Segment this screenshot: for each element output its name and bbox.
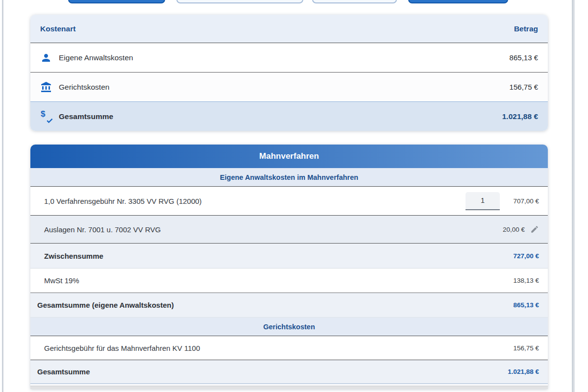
bank-icon [40,81,52,93]
table-row-gesamtsumme: $ Gesamtsumme 1.021,88 € [30,102,548,131]
row-gerichtsgebuehr: Gerichtsgebühr für das Mahnverfahren KV … [30,336,548,360]
row-amount: 20,00 € [503,226,525,233]
row-amount: 1.021,88 € [508,368,539,375]
top-tab-1[interactable] [68,0,165,3]
left-page-divider [2,0,3,392]
row-amount: 727,00 € [513,252,539,260]
row-label: Auslagen Nr. 7001 u. 7002 VV RVG [44,225,503,234]
row-auslagen: Auslagen Nr. 7001 u. 7002 VV RVG 20,00 € [30,216,548,244]
row-label: Gesamtsumme [37,368,508,376]
row-label: Zwischensumme [44,252,513,260]
row-label: 1,0 Verfahrensgebühr Nr. 3305 VV RVG (12… [44,197,466,205]
row-amount: 138,13 € [513,277,539,284]
row-amount: 707,00 € [507,197,539,205]
mahnverfahren-title-bar: Mahnverfahren [30,145,548,168]
mahnverfahren-card: Mahnverfahren Eigene Anwaltskosten im Ma… [30,145,548,389]
row-label: MwSt 19% [44,276,513,285]
row-label: Gerichtsgebühr für das Mahnverfahren KV … [44,344,513,352]
section-header-gerichtskosten: Gerichtskosten [30,318,548,336]
quantity-input[interactable] [466,192,500,210]
row-amount: 156,75 € [513,344,539,352]
right-page-divider [572,0,575,392]
row-mwst: MwSt 19% 138,13 € [30,269,548,293]
row-amount: 865,13 € [513,301,539,309]
summary-table-header: Kostenart Betrag [30,15,548,43]
row-gesamtsumme-total: Gesamtsumme 1.021,88 € [30,360,548,384]
row-label: Gesamtsumme [59,112,113,121]
row-label: Gesamtsumme (eigene Anwaltskosten) [37,301,513,309]
row-gesamtsumme-anwaltskosten: Gesamtsumme (eigene Anwaltskosten) 865,1… [30,293,548,318]
column-header-kostenart: Kostenart [40,24,75,33]
column-header-betrag: Betrag [514,24,538,33]
mahnverfahren-title: Mahnverfahren [259,151,319,161]
row-label: Eigene Anwaltskosten [59,53,133,62]
row-verfahrensgebuehr: 1,0 Verfahrensgebühr Nr. 3305 VV RVG (12… [30,187,548,216]
edit-pencil-icon[interactable] [530,225,539,234]
row-amount: 1.021,88 € [502,112,538,121]
row-amount: 156,75 € [510,83,538,91]
person-icon [40,52,52,64]
row-label: Gerichtskosten [59,83,109,92]
section-header-anwaltskosten: Eigene Anwaltskosten im Mahnverfahren [30,168,548,187]
table-row-anwaltskosten: Eigene Anwaltskosten 865,13 € [30,43,548,73]
row-amount: 865,13 € [510,53,538,62]
cost-summary-card: Kostenart Betrag Eigene Anwaltskosten 86… [30,15,548,131]
price-check-icon: $ [40,111,52,122]
next-section-edge [30,386,548,389]
row-zwischensumme: Zwischensumme 727,00 € [30,244,548,269]
top-tab-4[interactable] [408,0,508,3]
top-tab-3[interactable] [312,0,397,3]
table-row-gerichtskosten: Gerichtskosten 156,75 € [30,73,548,102]
top-tab-2[interactable] [176,0,303,3]
